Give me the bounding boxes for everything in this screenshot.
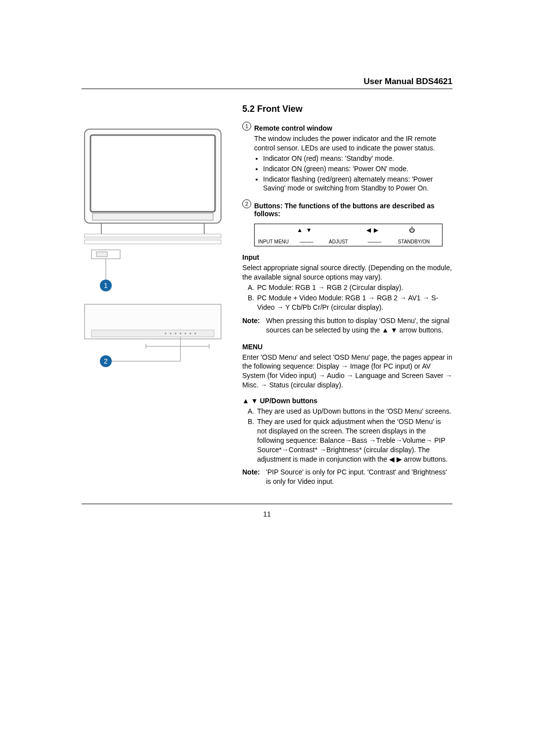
svg-point-19 [185,333,186,334]
button-panel-diagram: ▲ ▼ ◀ ▶ ⏻ INPUT MENU ——— ADJUST ——— STAN… [254,224,443,246]
svg-point-21 [195,333,196,334]
list-item: They are used as Up/Down buttons in the … [256,407,452,416]
menu-text: Enter 'OSD Menu' and select 'OSD Menu' p… [242,353,452,390]
svg-point-17 [175,333,177,334]
note-text: When pressing this button to display 'OS… [266,316,452,335]
remote-control-heading: Remote control window [254,124,452,132]
list-item: PC Module: RGB 1 → RGB 2 (Circular displ… [256,283,452,292]
svg-point-16 [170,333,172,334]
note-label: Note: [242,468,266,486]
callout-number-1: 1 [242,122,251,131]
note-label: Note: [242,316,266,335]
input-note: Note: When pressing this button to displ… [242,316,452,335]
svg-point-18 [180,333,181,334]
section-heading: 5.2 Front View [242,104,452,114]
connector-line: ——— [355,239,394,244]
svg-rect-1 [90,135,215,212]
standby-label: STANDBY/ON [394,239,434,244]
front-view-figure: 1 [82,126,225,376]
power-icon: ⏻ [392,227,432,234]
input-intro: Select appropriate signal source directl… [242,263,452,282]
list-item: Indicator ON (green) means: 'Power ON' m… [263,164,452,174]
svg-point-15 [165,333,167,334]
remote-control-intro: The window includes the power indicator … [254,134,452,153]
updown-list: They are used as Up/Down buttons in the … [242,407,452,464]
up-down-icons: ▲ ▼ [288,227,320,234]
list-item: Indicator flashing (red/green) alternate… [263,175,452,193]
svg-text:1: 1 [104,282,108,289]
adjust-label: ADJUST [322,239,355,244]
updown-note: Note: 'PIP Source' is only for PC input.… [242,468,452,486]
svg-rect-7 [85,240,221,244]
left-right-icons: ◀ ▶ [353,227,392,234]
svg-text:2: 2 [104,357,108,365]
input-heading: Input [242,253,452,261]
svg-rect-9 [96,252,107,257]
input-options-list: PC Module: RGB 1 → RGB 2 (Circular displ… [242,283,452,312]
header-title: User Manual BDS4621 [82,77,452,89]
svg-rect-5 [85,234,221,238]
svg-point-20 [190,333,191,334]
callout-number-2: 2 [242,199,251,208]
page-number: 11 [263,510,271,518]
buttons-heading: Buttons: The functions of the buttons ar… [254,202,452,218]
input-label: INPUT [258,239,273,244]
list-item: PC Module + Video Module: RGB 1 → RGB 2 … [256,293,452,312]
updown-heading: ▲ ▼ UP/Down buttons [242,397,452,405]
note-text: 'PIP Source' is only for PC input. 'Cont… [266,468,452,486]
list-item: Indicator ON (red) means: 'Standby' mode… [263,154,452,163]
svg-rect-2 [92,213,213,220]
list-item: They are used for quick adjustment when … [256,417,452,464]
connector-line: ——— [290,239,322,244]
menu-heading: MENU [242,343,452,351]
indicator-list: Indicator ON (red) means: 'Standby' mode… [254,154,452,193]
menu-label: MENU [274,239,289,244]
